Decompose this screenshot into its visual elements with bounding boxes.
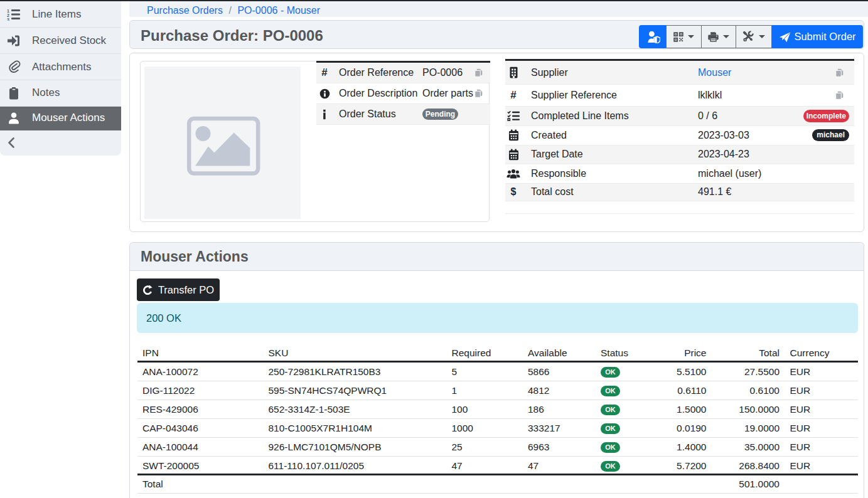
svg-text:2: 2 <box>7 13 9 18</box>
svg-text:1: 1 <box>7 9 9 13</box>
svg-text:3: 3 <box>7 18 9 21</box>
